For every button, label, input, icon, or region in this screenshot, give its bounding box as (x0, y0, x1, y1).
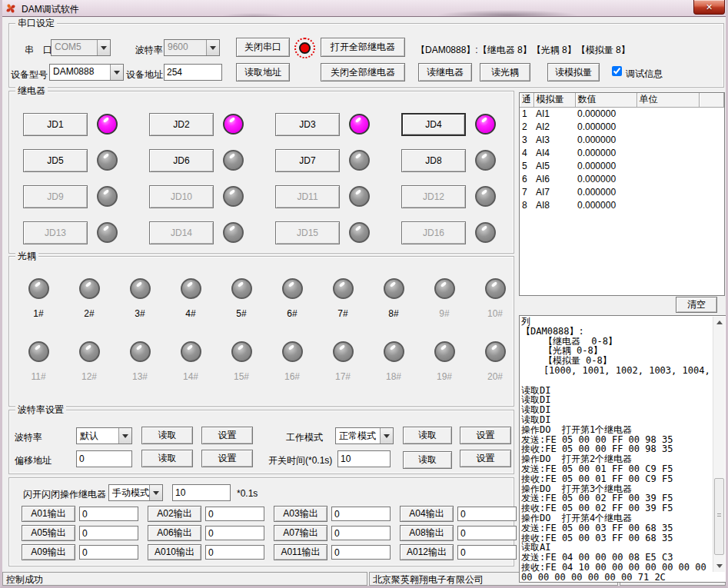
opto-label: 20# (487, 371, 503, 382)
analog-output-input[interactable] (331, 507, 391, 521)
scroll-up-icon[interactable] (713, 317, 726, 328)
analog-output-input[interactable] (457, 507, 517, 521)
read-opto-button[interactable]: 读光耦 (480, 63, 530, 81)
opto-cell: 5# (216, 278, 267, 319)
close-all-relays-button[interactable]: 关闭全部继电器 (321, 63, 405, 81)
scroll-down-icon[interactable] (713, 560, 726, 572)
opto-cell: 10# (470, 278, 520, 319)
opto-cell: 1# (13, 278, 64, 319)
relay-button[interactable]: JD3 (275, 113, 340, 136)
opto-cell: 18# (368, 341, 419, 382)
clear-log-button[interactable]: 清空 (676, 297, 717, 313)
log-scrollbar[interactable] (713, 317, 725, 572)
analog-output-input[interactable] (205, 545, 264, 560)
close-button[interactable]: ✕ (693, 0, 725, 15)
analog-output-input[interactable] (79, 545, 138, 560)
relay-button[interactable]: JD15 (275, 221, 340, 244)
read-analog-button[interactable]: 读模拟量 (547, 63, 600, 81)
relay-button[interactable]: JD6 (149, 149, 214, 172)
read-relay-button[interactable]: 读继电器 (418, 63, 472, 81)
relay-button[interactable]: JD14 (149, 221, 214, 244)
table-row[interactable]: 5AI50.000000 (520, 159, 724, 172)
table-row[interactable]: 6AI60.000000 (520, 172, 724, 185)
baud-default-select[interactable]: 默认 (76, 427, 132, 444)
analog-output-input[interactable] (331, 526, 391, 540)
open-all-relays-button[interactable]: 打开全部继电器 (321, 38, 405, 57)
opto-label: 9# (439, 308, 449, 319)
analog-output-button[interactable]: A07输出 (274, 525, 327, 541)
analog-output-button[interactable]: A06输出 (148, 525, 201, 541)
mode-set-button[interactable]: 设置 (460, 427, 511, 444)
relay-button[interactable]: JD7 (275, 149, 340, 172)
device-address-input[interactable] (164, 64, 222, 81)
analog-output-button[interactable]: A05输出 (22, 525, 75, 541)
analog-output-input[interactable] (79, 507, 138, 521)
offset-read-button[interactable]: 读取 (141, 450, 193, 467)
switch-time-input[interactable] (337, 450, 391, 467)
close-serial-button[interactable]: 关闭串口 (236, 38, 290, 57)
analog-output-input[interactable] (457, 545, 517, 560)
analog-output-button[interactable]: A03输出 (274, 506, 327, 522)
analog-output-button[interactable]: A09输出 (22, 544, 75, 560)
analog-output-input[interactable] (205, 526, 264, 540)
relay-button[interactable]: JD4 (401, 113, 466, 136)
baudrate-select[interactable]: 9600 (164, 39, 220, 56)
analog-output-button[interactable]: A011输出 (274, 544, 327, 560)
chevron-down-icon[interactable] (206, 40, 219, 55)
analog-output-input[interactable] (457, 526, 517, 540)
analog-output-button[interactable]: A01输出 (22, 506, 75, 522)
table-row[interactable]: 7AI70.000000 (520, 185, 724, 198)
analog-output-input[interactable] (79, 526, 138, 540)
chevron-down-icon[interactable] (97, 40, 110, 55)
chevron-down-icon[interactable] (380, 428, 393, 443)
relay-light (223, 222, 244, 243)
switch-set-button[interactable]: 设置 (460, 450, 511, 467)
analog-output-button[interactable]: A02输出 (148, 506, 201, 522)
relay-button[interactable]: JD1 (23, 113, 88, 136)
flash-mode-select[interactable]: 手动模式 (108, 484, 163, 501)
analog-output-button[interactable]: A08输出 (400, 525, 454, 541)
relay-button[interactable]: JD5 (23, 149, 88, 172)
scrollbar-thumb[interactable] (714, 478, 724, 555)
table-row[interactable]: 1AI10.000000 (520, 107, 724, 120)
chevron-down-icon[interactable] (149, 485, 162, 500)
cell-unit (637, 120, 699, 133)
table-row[interactable]: 8AI80.000000 (520, 198, 724, 211)
work-mode-select[interactable]: 正常模式 (335, 427, 394, 444)
relay-button[interactable]: JD11 (275, 185, 340, 208)
analog-output-button[interactable]: A04输出 (400, 506, 454, 522)
chevron-down-icon[interactable] (110, 65, 123, 80)
offset-address-input[interactable] (76, 450, 132, 467)
mode-read-button[interactable]: 读取 (403, 427, 452, 444)
debug-info-checkbox[interactable] (612, 66, 622, 76)
offset-set-button[interactable]: 设置 (201, 450, 253, 467)
flash-time-input[interactable] (172, 484, 231, 501)
analog-output-input[interactable] (331, 545, 391, 560)
relay-button[interactable]: JD13 (23, 221, 88, 244)
switch-read-button[interactable]: 读取 (403, 451, 452, 469)
opto-label: 13# (132, 371, 148, 382)
relay-button[interactable]: JD12 (401, 185, 466, 208)
analog-output-button[interactable]: A010输出 (148, 544, 201, 560)
table-row[interactable]: 4AI40.000000 (520, 146, 724, 159)
title-bar[interactable]: DAM调试软件 ✕ (0, 0, 728, 17)
read-address-button[interactable]: 读取地址 (236, 63, 290, 81)
analog-output-button[interactable]: A012输出 (400, 544, 454, 560)
relay-button[interactable]: JD2 (149, 113, 214, 136)
analog-output-cell: A09输出 (22, 543, 148, 562)
opto-light (181, 341, 201, 362)
table-row[interactable]: 2AI20.000000 (520, 120, 724, 133)
relay-button[interactable]: JD8 (401, 149, 466, 172)
baud-set-button[interactable]: 设置 (201, 427, 253, 444)
analog-output-input[interactable] (205, 507, 264, 521)
com-port-select[interactable]: COM5 (51, 39, 111, 56)
table-row[interactable]: 3AI30.000000 (520, 133, 724, 146)
log-text[interactable]: 列 【DAM0888】: 【继电器 0-8】 【光耦 0-8】 【模拟量 0-8… (521, 317, 712, 581)
chevron-down-icon[interactable] (118, 428, 131, 443)
relay-button[interactable]: JD16 (401, 221, 466, 244)
device-model-select[interactable]: DAM0888 (49, 64, 124, 81)
relay-button[interactable]: JD10 (149, 185, 214, 208)
relay-button[interactable]: JD9 (23, 185, 88, 208)
baudrate-value: 9600 (165, 40, 206, 55)
baud-read-button[interactable]: 读取 (141, 427, 193, 444)
